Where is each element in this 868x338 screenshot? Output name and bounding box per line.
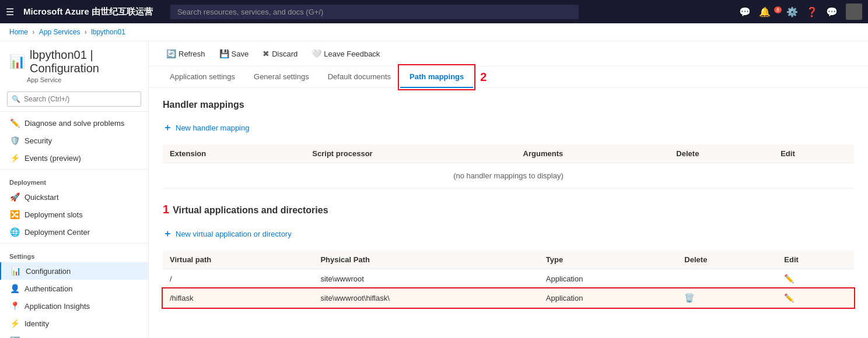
user-menu-icon[interactable]: 💬 [826,6,838,17]
virtual-apps-section: 1Virtual applications and directories ＋ … [163,203,854,308]
tab-application-settings[interactable]: Application settings [160,66,244,88]
sidebar-item-backups[interactable]: 🔄 Backups [0,332,148,338]
topbar-search-container [170,5,579,19]
save-button[interactable]: 💾 Save [214,46,255,61]
sidebar-item-deployment-slots[interactable]: 🔀 Deployment slots [0,206,148,223]
save-icon: 💾 [219,49,229,58]
sidebar-item-identity[interactable]: ⚡ Identity [0,315,148,332]
edit-cell[interactable]: ✏️ [777,288,854,308]
configuration-icon: 📊 [10,266,21,276]
col-edit: Edit [777,251,854,269]
col-edit: Edit [774,145,854,163]
sidebar-item-quickstart[interactable]: 🚀 Quickstart [0,188,148,206]
delete-cell [677,269,777,288]
sidebar-item-app-insights[interactable]: 📍 Application Insights [0,297,148,315]
quickstart-icon: 🚀 [9,192,20,202]
identity-icon: ⚡ [9,319,20,328]
add-virtual-plus-icon: ＋ [163,228,172,240]
type-cell: Application [539,288,678,308]
sidebar-item-label: Authentication [24,284,72,293]
user-avatar[interactable] [846,3,862,20]
sidebar: 📊 lbpython01 | Configuration App Service… [0,41,149,338]
breadcrumb-resource[interactable]: lbpython01 [91,28,125,36]
tab-default-documents[interactable]: Default documents [318,66,400,88]
feedback-label: Leave Feedback [324,50,380,58]
handler-empty-row: (no handler mappings to display) [163,163,854,189]
feedback-button[interactable]: 🤍 Leave Feedback [306,46,386,61]
sidebar-item-security[interactable]: 🛡️ Security [0,132,148,149]
content-body: Handler mappings ＋ New handler mapping E… [149,88,868,338]
virtual-apps-table: Virtual path Physical Path Type Delete E… [163,251,854,308]
breadcrumb-sep1: › [32,28,36,36]
topbar-search-input[interactable] [170,5,579,19]
feedback-icon: 🤍 [312,49,321,58]
sidebar-item-label: Application Insights [24,302,90,311]
edit-icon[interactable]: ✏️ [784,293,794,302]
page-title-sidebar: 📊 lbpython01 | Configuration [9,48,139,75]
topbar-title: Microsoft Azure 由世纪互联运营 [23,6,153,17]
type-cell: Application [539,269,678,288]
sidebar-item-label: Security [24,136,52,145]
feedback-icon[interactable]: 💬 [739,6,751,17]
discard-label: Discard [272,50,298,58]
sidebar-item-authentication[interactable]: 👤 Authentication [0,280,148,297]
col-extension: Extension [163,145,305,163]
discard-button[interactable]: ✖ Discard [257,46,303,61]
sidebar-item-configuration[interactable]: 📊 Configuration [0,262,148,280]
settings-icon[interactable]: ⚙️ [786,6,798,17]
edit-icon[interactable]: ✏️ [784,274,794,283]
col-script-processor: Script processor [305,145,516,163]
handler-mappings-section: Handler mappings ＋ New handler mapping E… [163,100,854,189]
notification-icon[interactable]: 🔔8 [759,6,778,17]
sidebar-header: 📊 lbpython01 | Configuration App Service [0,41,148,88]
tab-label: Application settings [170,72,235,81]
refresh-icon: 🔄 [166,49,176,58]
add-virtual-label: New virtual application or directory [176,230,292,238]
sidebar-item-label: Quickstart [24,193,59,202]
handler-mappings-heading: Handler mappings [163,100,854,110]
col-virtual-path: Virtual path [163,251,313,269]
sidebar-item-diagnose[interactable]: ✏️ Diagnose and solve problems [0,114,148,132]
annotation-1: 1 [163,203,169,216]
col-physical-path: Physical Path [313,251,538,269]
virtual-path-cell: /hiflask [163,288,313,308]
breadcrumb: Home › App Services › lbpython01 [0,23,868,41]
sidebar-search-input[interactable] [7,91,141,107]
tab-label: General settings [254,72,309,81]
virtual-apps-title: Virtual applications and directories [173,205,328,215]
save-label: Save [232,50,249,58]
sidebar-item-label: Diagnose and solve problems [24,119,124,128]
refresh-button[interactable]: 🔄 Refresh [160,46,211,61]
breadcrumb-home[interactable]: Home [9,28,28,36]
refresh-label: Refresh [178,50,205,58]
discard-icon: ✖ [262,49,270,58]
tab-path-mappings[interactable]: Path mappings [400,66,473,88]
virtual-apps-heading: 1Virtual applications and directories [163,203,854,216]
config-icon: 📊 [9,54,25,69]
breadcrumb-app-services[interactable]: App Services [39,28,80,36]
toolbar: 🔄 Refresh 💾 Save ✖ Discard 🤍 Leave Feedb… [149,41,868,66]
help-icon[interactable]: ❓ [806,6,818,17]
sidebar-item-label: Deployment Center [24,228,90,237]
slots-icon: 🔀 [9,210,20,219]
add-virtual-app-btn[interactable]: ＋ New virtual application or directory [163,226,854,242]
security-icon: 🛡️ [9,136,20,145]
notif-badge: 8 [774,6,782,13]
edit-cell[interactable]: ✏️ [777,269,854,288]
add-handler-btn[interactable]: ＋ New handler mapping [163,119,854,136]
hamburger-icon[interactable]: ☰ [6,6,14,17]
sidebar-search-icon: 🔍 [12,95,20,103]
virtual-path-cell: / [163,269,313,288]
sidebar-item-events[interactable]: ⚡ Events (preview) [0,149,148,167]
sidebar-item-deployment-center[interactable]: 🌐 Deployment Center [0,223,148,241]
annotation-2: 2 [480,71,487,84]
sidebar-item-label: Identity [24,319,49,328]
insights-icon: 📍 [9,301,20,311]
physical-path-cell: site\wwwroot [313,269,538,288]
events-icon: ⚡ [9,153,20,163]
tab-general-settings[interactable]: General settings [244,66,318,88]
tabs-container: Application settings General settings De… [149,66,868,88]
delete-cell[interactable]: 🗑️ [677,288,777,308]
delete-icon[interactable]: 🗑️ [684,293,694,302]
diagnose-icon: ✏️ [9,118,20,128]
